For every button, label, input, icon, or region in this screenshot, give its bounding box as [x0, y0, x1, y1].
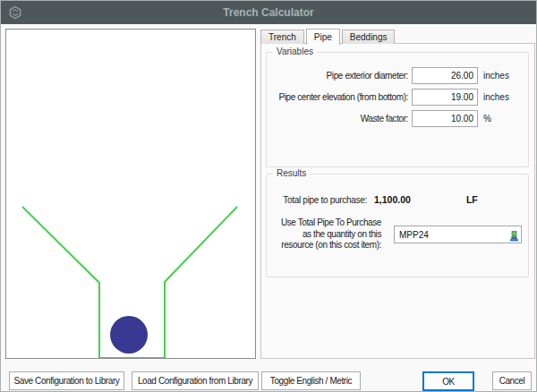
- waste-factor-label: Waste factor:: [270, 114, 412, 124]
- pipe-exterior-diameter-input[interactable]: [412, 67, 478, 84]
- resource-row: Use Total Pipe To Purchase as the quanti…: [270, 217, 524, 251]
- tab-pipe[interactable]: Pipe: [306, 29, 340, 45]
- field-row-pipe-center-elevation: Pipe center elevation (from bottom): inc…: [270, 89, 524, 106]
- resource-field: [394, 226, 522, 243]
- titlebar[interactable]: Trench Calculator: [1, 1, 536, 24]
- pipe-center-elevation-input[interactable]: [412, 89, 478, 106]
- trench-diagram: [6, 30, 255, 358]
- pipe-center-elevation-label: Pipe center elevation (from bottom):: [270, 92, 412, 102]
- toggle-english-metric-button[interactable]: Toggle English / Metric: [261, 371, 361, 390]
- variables-groupbox: Variables Pipe exterior diameter: inches…: [266, 52, 529, 167]
- tab-beddings[interactable]: Beddings: [342, 30, 396, 44]
- tab-trench[interactable]: Trench: [260, 30, 304, 44]
- results-groupbox: Results Total pipe to purchase: 1,100.00…: [266, 174, 529, 277]
- window-title: Trench Calculator: [1, 6, 536, 19]
- pipe-tab-page: Variables Pipe exterior diameter: inches…: [260, 43, 535, 359]
- results-group-label: Results: [273, 168, 310, 178]
- resource-input[interactable]: [394, 226, 522, 243]
- pipe-exterior-diameter-label: Pipe exterior diameter:: [270, 71, 412, 81]
- cancel-button[interactable]: Cancel: [492, 371, 532, 390]
- total-pipe-value: 1,100.00: [374, 194, 411, 205]
- total-pipe-row: Total pipe to purchase: 1,100.00 LF: [270, 194, 524, 205]
- pipe-circle-texture: [110, 316, 148, 354]
- total-pipe-unit: LF: [466, 194, 478, 205]
- ok-button[interactable]: OK: [422, 371, 474, 391]
- field-row-pipe-exterior-diameter: Pipe exterior diameter: inches: [270, 67, 524, 84]
- tabstrip: Trench Pipe Beddings: [260, 29, 396, 44]
- load-configuration-button[interactable]: Load Configuration from Library: [132, 371, 259, 390]
- waste-factor-unit: %: [478, 114, 524, 124]
- pipe-exterior-diameter-unit: inches: [478, 71, 524, 81]
- trench-diagram-canvas: [5, 29, 256, 359]
- resource-label: Use Total Pipe To Purchase as the quanti…: [270, 217, 381, 251]
- variables-group-label: Variables: [273, 47, 317, 56]
- waste-factor-input[interactable]: [412, 110, 478, 127]
- field-row-waste-factor: Waste factor: %: [270, 110, 524, 127]
- trench-calculator-dialog: Trench Calculator Trench Pipe Beddings V…: [0, 0, 537, 392]
- save-configuration-button[interactable]: Save Configuration to Library: [9, 371, 124, 390]
- pipe-center-elevation-unit: inches: [478, 92, 524, 102]
- total-pipe-label: Total pipe to purchase:: [270, 195, 367, 205]
- resource-picker-icon[interactable]: [509, 229, 519, 240]
